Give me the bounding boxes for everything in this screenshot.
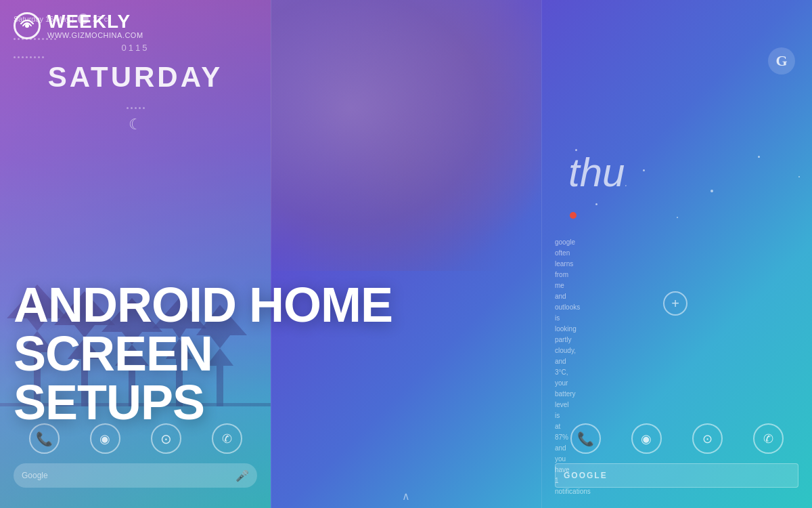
logo-url-text: WWW.GIZMOCHINA.COM: [47, 31, 143, 39]
google-g-icon[interactable]: G: [768, 47, 795, 75]
title-line2: SETUPS: [14, 375, 204, 429]
day-display: SATURDAY: [14, 61, 257, 93]
google-g-label: G: [775, 52, 787, 70]
svg-point-6: [25, 24, 29, 28]
dots-decoration-3: [14, 107, 257, 109]
main-title-block: ANDROID HOME SCREEN SETUPS: [14, 280, 392, 427]
wifi-logo-icon: [20, 18, 35, 33]
logo-icon-circle: [14, 12, 41, 39]
arrow-icon: ∧: [402, 490, 410, 502]
middle-phone-content: thu. google often learns from me and out…: [271, 0, 541, 508]
right-phone-content: Sun Mon Tue Wed Thu: [541, 0, 812, 508]
main-container: Saturday 16 May | 27°c 0115 SATURDAY ☾ 📞…: [0, 0, 812, 508]
main-title-text: ANDROID HOME SCREEN SETUPS: [14, 280, 392, 427]
moon-icon: ☾: [14, 116, 257, 133]
time-display: 0115: [14, 43, 257, 53]
logo-header: WEEKLY WWW.GIZMOCHINA.COM: [14, 12, 143, 39]
title-line1: ANDROID HOME SCREEN: [14, 278, 392, 381]
mic-icon: 🎤: [235, 469, 249, 482]
dots-decoration-2: [14, 56, 257, 58]
search-label-left: Google: [22, 471, 235, 480]
divider-middle-right: [541, 0, 542, 508]
divider-left-middle: [271, 0, 271, 508]
search-bar-left[interactable]: Google 🎤: [14, 463, 257, 488]
bottom-arrow: ∧: [402, 490, 410, 503]
logo-weekly-text: WEEKLY: [47, 12, 143, 31]
left-phone-content: Saturday 16 May | 27°c 0115 SATURDAY ☾ 📞…: [0, 0, 271, 508]
whatsapp-icon-left[interactable]: ✆: [212, 423, 242, 454]
logo-text-group: WEEKLY WWW.GIZMOCHINA.COM: [47, 12, 143, 39]
